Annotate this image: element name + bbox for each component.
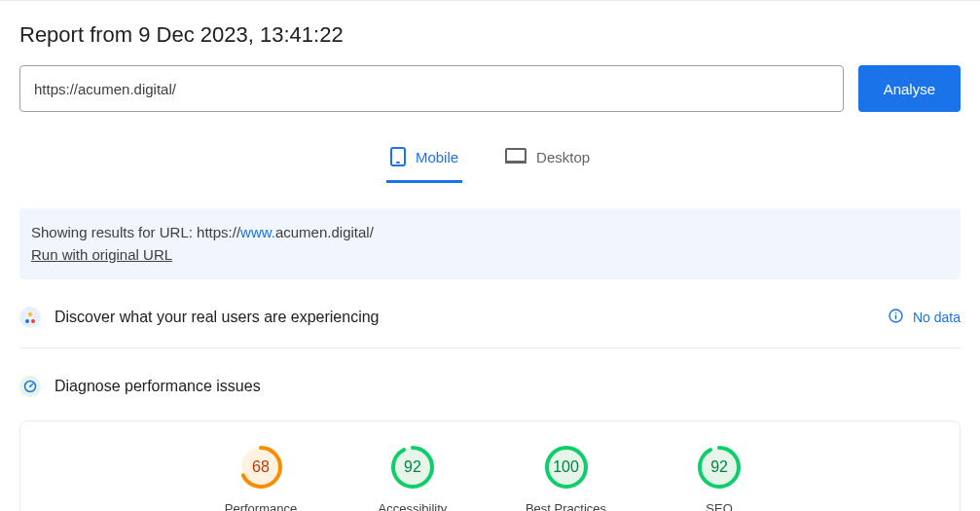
score-performance[interactable]: 68 Performance xyxy=(222,445,300,511)
diagnose-heading: Diagnose performance issues xyxy=(54,378,961,395)
score-best-practices-value: 100 xyxy=(544,445,589,490)
score-accessibility[interactable]: 92 Accessibility xyxy=(374,445,452,511)
score-performance-value: 68 xyxy=(238,445,283,490)
tab-mobile[interactable]: Mobile xyxy=(386,137,462,183)
divider xyxy=(19,347,961,348)
results-banner: Showing results for URL: https://www.acu… xyxy=(19,208,961,279)
score-best-practices[interactable]: 100 Best Practices xyxy=(526,445,606,511)
run-original-link[interactable]: Run with original URL xyxy=(31,246,172,263)
tab-mobile-label: Mobile xyxy=(416,149,458,165)
svg-rect-1 xyxy=(396,162,400,164)
svg-rect-9 xyxy=(895,312,896,313)
scores-card: 68 Performance 92 Accessibility xyxy=(19,420,961,511)
svg-point-5 xyxy=(31,319,35,323)
score-seo[interactable]: 92 SEO xyxy=(680,445,758,511)
users-icon xyxy=(19,307,41,328)
svg-point-6 xyxy=(28,312,32,316)
score-performance-label: Performance xyxy=(225,501,297,511)
tab-desktop-label: Desktop xyxy=(536,149,590,165)
svg-point-12 xyxy=(29,385,31,387)
score-accessibility-value: 92 xyxy=(390,445,435,490)
tab-desktop[interactable]: Desktop xyxy=(501,137,594,183)
no-data-indicator[interactable]: No data xyxy=(889,309,961,326)
page-title: Report from 9 Dec 2023, 13:41:22 xyxy=(19,22,961,48)
banner-suffix: acumen.digital/ xyxy=(275,224,374,240)
score-seo-label: SEO xyxy=(706,501,732,511)
banner-highlight: www. xyxy=(240,224,275,240)
banner-prefix: Showing results for URL: https:// xyxy=(31,224,240,240)
svg-rect-8 xyxy=(895,315,896,320)
url-input[interactable] xyxy=(19,65,844,112)
info-icon xyxy=(889,309,903,326)
no-data-label: No data xyxy=(913,310,961,325)
score-best-practices-label: Best Practices xyxy=(526,501,606,511)
score-accessibility-label: Accessibility xyxy=(379,501,448,511)
score-seo-value: 92 xyxy=(697,445,742,490)
svg-rect-3 xyxy=(505,162,526,164)
gauge-icon xyxy=(19,376,41,397)
discover-heading: Discover what your real users are experi… xyxy=(54,309,875,326)
svg-rect-2 xyxy=(506,149,526,162)
analyse-button[interactable]: Analyse xyxy=(858,65,961,112)
desktop-icon xyxy=(505,148,526,165)
svg-point-4 xyxy=(25,319,29,323)
mobile-icon xyxy=(390,147,406,166)
